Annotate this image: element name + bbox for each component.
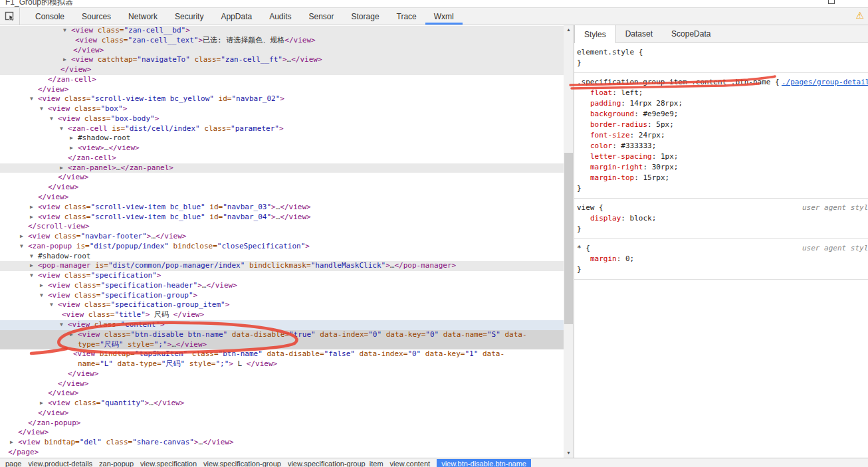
collapse-icon[interactable]: ▼: [60, 320, 68, 330]
wxml-tree-row[interactable]: ▶<view>…</view>: [0, 143, 564, 153]
devtools-tab-network[interactable]: Network: [120, 8, 166, 25]
wxml-tree-row[interactable]: ▶<view class="specification-header">…</v…: [0, 281, 564, 291]
expand-icon[interactable]: ▶: [30, 213, 38, 223]
devtools-tab-console[interactable]: Console: [27, 8, 73, 25]
breadcrumb-item[interactable]: view.product-details: [28, 460, 92, 467]
wxml-tree-row[interactable]: ▶<view class="scroll-view-item bc_blue" …: [0, 213, 564, 223]
wxml-tree-row[interactable]: ▶<zan-panel>…</zan-panel>: [0, 163, 564, 173]
tree-scrollbar[interactable]: ▲ ▼: [564, 25, 574, 458]
wxml-tree-row[interactable]: ▶<view class="btn-disable btn-name" data…: [0, 330, 564, 340]
wxml-tree-row[interactable]: ▼<view class="scroll-view-item bc_yellow…: [0, 94, 564, 104]
breadcrumb-item[interactable]: view.specification-group_item: [288, 460, 383, 467]
css-property[interactable]: border-radius: 5px;: [577, 120, 864, 130]
breadcrumb-item[interactable]: view.content: [390, 460, 431, 467]
wxml-tree-row[interactable]: ▶<pop-manager is="dist/common/pop-manage…: [0, 261, 564, 271]
breadcrumb-item[interactable]: view.specification: [140, 460, 197, 467]
wxml-tree-row[interactable]: </zan-popup>: [0, 419, 564, 428]
wxml-tree-row[interactable]: ▶#shadow-root: [0, 134, 564, 143]
expand-icon[interactable]: ▶: [70, 143, 78, 153]
wxml-tree-row[interactable]: </page>: [0, 448, 564, 458]
collapse-icon[interactable]: ▼: [40, 291, 48, 301]
inspect-element-button[interactable]: [0, 8, 20, 25]
wxml-tree-row[interactable]: </view>: [0, 65, 564, 75]
wxml-tree-row[interactable]: ▼<view class="box">: [0, 104, 564, 114]
wxml-tree-row[interactable]: ▶<view bindtap="del" class="share-canvas…: [0, 438, 564, 448]
wxml-tree-row[interactable]: ▼#shadow-root: [0, 252, 564, 262]
styles-tab-scopedata[interactable]: ScopeData: [662, 25, 720, 43]
wxml-tree-row[interactable]: ▼<view class="content">: [0, 320, 564, 330]
restore-window-icon[interactable]: [828, 0, 835, 4]
breadcrumb-item[interactable]: view.btn-disable.btn-name: [437, 459, 531, 467]
wxml-tree-row[interactable]: ▶<view class="scroll-view-item bc_blue" …: [0, 203, 564, 213]
css-property[interactable]: margin: 0;: [577, 254, 864, 264]
devtools-tab-appdata[interactable]: AppData: [212, 8, 261, 25]
wxml-tree-row[interactable]: </view>: [0, 193, 564, 203]
wxml-tree-row[interactable]: ▶<view catchtap="navigateTo" class="zan-…: [0, 55, 564, 65]
scroll-down-icon[interactable]: ▼: [564, 448, 574, 458]
css-property[interactable]: font-size: 24rpx;: [577, 130, 864, 141]
wxml-tree-row[interactable]: ▼<view class="specification-group_item">: [0, 300, 564, 310]
wxml-tree-row[interactable]: ▼<view class="box-body">: [0, 114, 564, 124]
expand-icon[interactable]: ▶: [10, 438, 18, 448]
expand-icon[interactable]: ▶: [63, 55, 71, 65]
scrollbar-thumb[interactable]: [564, 153, 573, 324]
css-property[interactable]: color: #333333;: [577, 141, 864, 151]
expand-icon[interactable]: ▶: [40, 281, 48, 291]
wxml-tree-row[interactable]: </view>: [0, 379, 564, 389]
expand-icon[interactable]: ▶: [30, 261, 38, 271]
wxml-tree-row[interactable]: </view>: [0, 409, 564, 419]
css-property[interactable]: margin-top: 15rpx;: [577, 173, 864, 183]
wxml-tree-row[interactable]: </view>: [0, 173, 564, 183]
expand-icon[interactable]: ▶: [20, 232, 28, 242]
css-selector[interactable]: view {: [577, 203, 603, 212]
wxml-tree-row[interactable]: </view>: [0, 46, 564, 56]
breadcrumb-item[interactable]: view.specification-group: [203, 460, 281, 467]
devtools-tab-wxml[interactable]: Wxml: [425, 8, 463, 25]
wxml-tree-row[interactable]: </view>: [0, 428, 564, 438]
expand-icon[interactable]: ▶: [30, 203, 38, 213]
expand-icon[interactable]: ▶: [40, 399, 48, 409]
expand-icon[interactable]: ▶: [70, 134, 78, 143]
collapse-icon[interactable]: ▼: [63, 26, 71, 36]
devtools-tab-storage[interactable]: Storage: [343, 8, 388, 25]
collapse-icon[interactable]: ▼: [30, 94, 38, 104]
css-property[interactable]: display: block;: [577, 213, 864, 224]
wxml-tree-row[interactable]: </zan-cell>: [0, 75, 564, 85]
wxml-tree-row[interactable]: </view>: [0, 183, 564, 193]
collapse-icon[interactable]: ▼: [30, 252, 38, 262]
styles-tab-dataset[interactable]: Dataset: [616, 25, 662, 43]
stylesheet-source-link[interactable]: ./pages/group-detail: [782, 77, 868, 88]
collapse-icon[interactable]: ▼: [30, 271, 38, 281]
wxml-tree-row[interactable]: ▼<zan-cell is="dist/cell/index" class="p…: [0, 124, 564, 134]
expand-icon[interactable]: ▶: [60, 163, 68, 173]
collapse-icon[interactable]: ▼: [50, 300, 58, 310]
wxml-tree-row[interactable]: ▼<zan-popup is="dist/popup/index" bindcl…: [0, 242, 564, 252]
devtools-tab-trace[interactable]: Trace: [388, 8, 425, 25]
collapse-icon[interactable]: ▼: [60, 124, 68, 134]
breadcrumb-item[interactable]: page: [5, 460, 21, 467]
wxml-tree-row[interactable]: <view bindtap="tapSkuItem" class="btn-na…: [0, 349, 564, 359]
wxml-tree-row[interactable]: type="尺码" style=";">…</view>: [0, 340, 564, 350]
wxml-tree-row[interactable]: </scroll-view>: [0, 222, 564, 232]
devtools-tab-sources[interactable]: Sources: [73, 8, 120, 25]
css-property[interactable]: padding: 14rpx 28rpx;: [577, 98, 864, 109]
wxml-tree-row[interactable]: <view class="title"> 尺码 </view>: [0, 310, 564, 320]
wxml-tree-row[interactable]: ▼<view class="specification-group">: [0, 291, 564, 301]
css-selector[interactable]: * {: [577, 244, 590, 252]
expand-icon[interactable]: ▶: [70, 330, 78, 340]
wxml-tree-row[interactable]: </view>: [0, 85, 564, 95]
wxml-tree-row[interactable]: name="L" data-type="尺码" style=";"> L </v…: [0, 359, 564, 369]
wxml-tree-row[interactable]: </view>: [0, 389, 564, 399]
wxml-tree-row[interactable]: </zan-cell>: [0, 153, 564, 163]
wxml-tree-row[interactable]: ▶<view class="quantity">…</view>: [0, 399, 564, 409]
css-selector[interactable]: element.style {: [577, 48, 643, 56]
devtools-tab-audits[interactable]: Audits: [261, 8, 300, 25]
wxml-tree-row[interactable]: </view>: [0, 369, 564, 379]
collapse-icon[interactable]: ▼: [50, 114, 58, 124]
css-property[interactable]: float: left;: [577, 88, 864, 98]
devtools-tab-security[interactable]: Security: [166, 8, 212, 25]
warning-icon[interactable]: ⚠: [855, 10, 864, 21]
css-property[interactable]: margin-right: 30rpx;: [577, 162, 864, 173]
breadcrumb-item[interactable]: zan-popup: [99, 460, 134, 467]
collapse-icon[interactable]: ▼: [40, 104, 48, 114]
